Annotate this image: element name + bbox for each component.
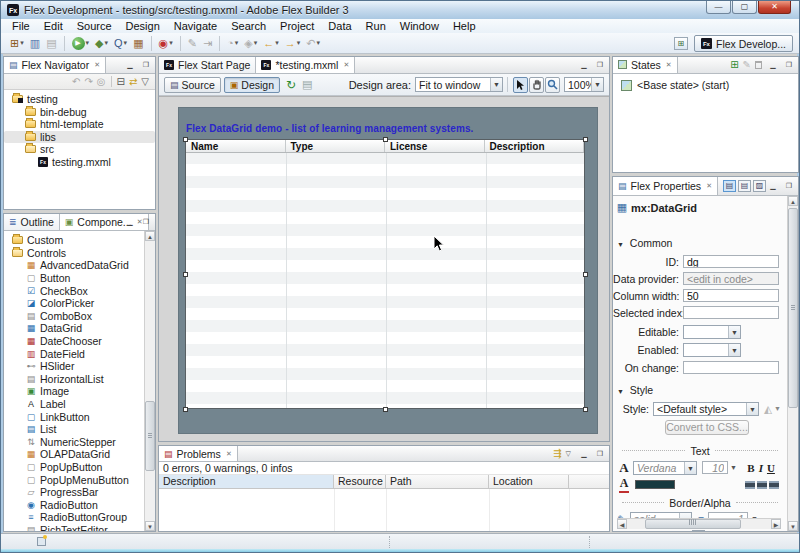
menu-help[interactable]: Help: [446, 19, 483, 33]
problems-close-icon[interactable]: ✕: [226, 450, 232, 458]
perspective-button[interactable]: Fx Flex Develop...: [694, 35, 793, 52]
design-canvas[interactable]: Flex DataGrid demo - list of learning ma…: [159, 96, 609, 441]
forward-dropdown-icon[interactable]: ▾: [297, 39, 301, 47]
new-wizard-dropdown-icon[interactable]: ▾: [20, 39, 24, 47]
design-stage[interactable]: Flex DataGrid demo - list of learning ma…: [178, 107, 598, 434]
component-item-radiobuttongroup[interactable]: ≡RadioButtonGroup: [4, 511, 144, 524]
component-item-datagrid[interactable]: ▦DataGrid: [4, 322, 144, 335]
mxml-tab-close-icon[interactable]: ✕: [343, 61, 349, 69]
new-wizard-button[interactable]: ⊞▾: [8, 35, 26, 52]
navigator-item-testing[interactable]: testing: [4, 93, 155, 106]
show-source-button[interactable]: ⇥: [201, 35, 214, 52]
menu-search[interactable]: Search: [224, 19, 273, 33]
enabled-combo[interactable]: ▼: [683, 343, 741, 357]
editor-minimize-icon[interactable]: ▁: [577, 59, 591, 71]
component-item-colorpicker[interactable]: ◪ColorPicker: [4, 297, 144, 310]
refresh-button[interactable]: ↻: [284, 76, 298, 93]
datagrid-component[interactable]: NameTypeLicenseDescription: [185, 139, 585, 409]
external-tools-dropdown-icon[interactable]: ▾: [169, 39, 173, 47]
component-item-button[interactable]: ▢Button: [4, 272, 144, 285]
component-item-custom[interactable]: Custom: [4, 234, 144, 247]
undo-button[interactable]: ↶▾: [304, 35, 322, 52]
states-maximize-icon[interactable]: ❐: [782, 59, 796, 71]
problems-column-resource[interactable]: Resource: [334, 475, 386, 488]
navigator-item-src[interactable]: src: [4, 143, 155, 156]
component-item-advanceddatagrid[interactable]: ▦AdvancedDataGrid: [4, 259, 144, 272]
delete-state-icon[interactable]: [755, 61, 762, 69]
statusbar-plugin-icon[interactable]: [37, 537, 46, 546]
problems-menu-icon[interactable]: ▽: [566, 450, 571, 458]
text-color-icon[interactable]: A: [619, 476, 629, 493]
properties-minimize-icon[interactable]: ▁: [766, 180, 780, 192]
selection-handle[interactable]: [183, 272, 188, 277]
component-item-list[interactable]: ▤List: [4, 423, 144, 436]
components-scroll-thumb[interactable]: [145, 401, 155, 471]
select-tool-button[interactable]: [513, 77, 528, 93]
tab-states[interactable]: States ✕: [613, 57, 678, 73]
tab-problems[interactable]: ▤ Problems ✕: [159, 446, 238, 461]
component-item-datechooser[interactable]: ▦DateChooser: [4, 335, 144, 348]
font-size-arrow-icon[interactable]: ▼: [730, 464, 737, 471]
collapse-all-icon[interactable]: ⊟: [117, 76, 125, 87]
component-item-progressbar[interactable]: ▱ProgressBar: [4, 486, 144, 499]
mark-occurrences-button[interactable]: ✎: [186, 35, 199, 52]
datagrid-demo-label[interactable]: Flex DataGrid demo - list of learning ma…: [186, 123, 473, 134]
align-left-icon[interactable]: [745, 481, 755, 489]
states-minimize-icon[interactable]: ▁: [766, 59, 780, 71]
standard-view-icon[interactable]: ▤: [723, 180, 736, 192]
scroll-up-icon[interactable]: ▲: [145, 231, 155, 241]
component-item-combobox[interactable]: ▤ComboBox: [4, 310, 144, 323]
navigator-item-bin-debug[interactable]: bin-debug: [4, 106, 155, 119]
problems-maximize-icon[interactable]: ❐: [593, 448, 607, 460]
properties-scrollbar[interactable]: ▲ ▼: [787, 196, 798, 531]
component-item-controls[interactable]: Controls: [4, 247, 144, 260]
bold-button[interactable]: B: [746, 462, 756, 474]
border-color-swatch[interactable]: [630, 531, 686, 532]
fill-color-swatch[interactable]: [709, 531, 767, 532]
selection-handle[interactable]: [583, 407, 588, 412]
problems-column-path[interactable]: Path: [386, 475, 489, 488]
navigator-close-icon[interactable]: ✕: [94, 61, 100, 69]
back-icon[interactable]: ↶: [72, 76, 80, 87]
menu-edit[interactable]: Edit: [37, 19, 70, 33]
font-combo[interactable]: Verdana ▼: [633, 461, 697, 475]
zoom-tool-button[interactable]: [545, 77, 560, 93]
column-width-field[interactable]: [683, 289, 779, 302]
component-item-datefield[interactable]: ▥DateField: [4, 347, 144, 360]
undo-dropdown-icon[interactable]: ▾: [317, 39, 321, 47]
component-item-image[interactable]: ▣Image: [4, 385, 144, 398]
hscroll-thumb[interactable]: [645, 519, 741, 529]
up-icon[interactable]: ◎: [97, 76, 106, 87]
navigator-item-testing-mxml[interactable]: Fxtesting.mxml: [4, 156, 155, 169]
id-field[interactable]: [683, 255, 779, 268]
on-change-field[interactable]: [683, 361, 779, 374]
profile-dropdown-icon[interactable]: ▾: [124, 39, 128, 47]
open-perspective-icon[interactable]: ⊞: [674, 37, 688, 50]
component-item-olapdatagrid[interactable]: ▦OLAPDataGrid: [4, 448, 144, 461]
component-item-richtexteditor[interactable]: ▤RichTextEditor: [4, 524, 144, 531]
scroll-down-icon[interactable]: ▼: [145, 521, 155, 531]
hscroll-right-icon[interactable]: ▶: [771, 519, 781, 529]
save-button[interactable]: ▥: [28, 35, 42, 52]
hscroll-left-icon[interactable]: ◀: [617, 519, 627, 529]
editable-combo[interactable]: ▼: [683, 325, 741, 339]
zoom-combo[interactable]: 100% ▼: [564, 77, 604, 92]
run-dropdown-icon[interactable]: ▾: [86, 39, 90, 47]
last-edit-dropdown-icon[interactable]: ▾: [235, 39, 239, 47]
menu-design[interactable]: Design: [119, 19, 167, 33]
tab-flex-properties[interactable]: ▤ Flex Properties ✕: [613, 177, 718, 195]
selection-handle[interactable]: [383, 407, 388, 412]
minimize-button[interactable]: —: [706, 1, 731, 14]
link-editor-icon[interactable]: ⇄: [129, 76, 137, 87]
components-minimize-icon[interactable]: ▁: [123, 216, 137, 228]
problems-minimize-icon[interactable]: ▁: [577, 448, 591, 460]
problems-column-description[interactable]: Description: [159, 475, 334, 488]
forward-button[interactable]: →▾: [283, 35, 303, 52]
back-dropdown-icon[interactable]: ▾: [275, 39, 279, 47]
props-scroll-up-icon[interactable]: ▲: [788, 196, 798, 206]
component-item-hslider[interactable]: ⊷HSlider: [4, 360, 144, 373]
navigator-maximize-icon[interactable]: ❐: [139, 59, 153, 71]
export-release-button[interactable]: ▦: [131, 35, 145, 52]
align-center-icon[interactable]: [757, 481, 767, 489]
last-edit-button[interactable]: ◔▾: [225, 35, 240, 52]
